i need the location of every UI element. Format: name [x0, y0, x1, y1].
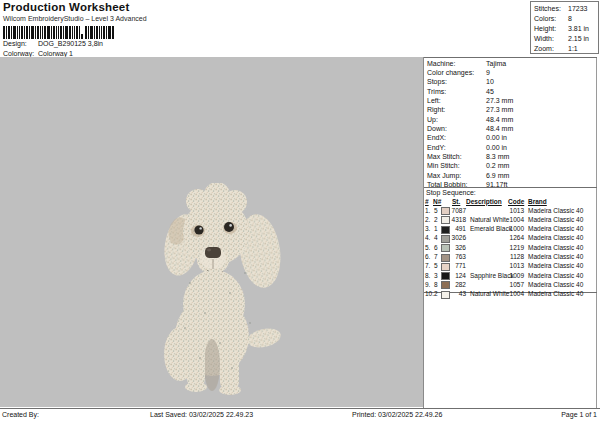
stop-sequence-header-row: # N# St. Description Code Brand: [424, 197, 598, 206]
info-min-stitch: Min Stitch:0.2 mm: [427, 161, 597, 170]
col-stitches: St.: [452, 197, 460, 206]
design-stats-box: Stitches:17233 Colors:8 Height:3.81 in W…: [530, 1, 599, 54]
stat-colors: Colors:8: [531, 14, 598, 24]
footer-last-saved: Last Saved: 03/02/2025 22.49.23: [150, 411, 253, 421]
col-hash: #: [425, 197, 429, 206]
footer-rule: [0, 408, 600, 409]
stat-zoom: Zoom:1:1: [531, 44, 598, 54]
info-endy: EndY:0.00 in: [427, 143, 597, 152]
barcode-icon: [3, 26, 116, 39]
col-brand: Brand: [528, 197, 547, 206]
info-right: Right:27.3 mm: [427, 105, 597, 114]
app-subtitle: Wilcom EmbroideryStudio – Level 3 Advanc…: [3, 15, 147, 22]
info-trims: Trims:45: [427, 87, 597, 96]
design-value: DOG_B290125 3,8in: [38, 40, 103, 47]
col-description: Description: [466, 197, 502, 206]
info-endx: EndX:0.00 in: [427, 133, 597, 142]
info-max-stitch: Max Stitch:8.3 mm: [427, 152, 597, 161]
page-title: Production Worksheet: [3, 1, 129, 13]
stat-stitches: Stitches:17233: [531, 4, 598, 14]
stat-width: Width:2.15 in: [531, 34, 598, 44]
footer-printed: Printed: 03/02/2025 22.49.26: [352, 411, 442, 421]
stat-height: Height:3.81 in: [531, 24, 598, 34]
stop-sequence-row: 4.430261264Madeira Classic 40: [424, 233, 598, 242]
col-needle: N#: [433, 197, 441, 206]
info-down: Down:48.4 mm: [427, 124, 597, 133]
info-stops: Stops:10: [427, 77, 597, 86]
design-label: Design:: [3, 40, 27, 47]
stop-sequence-row: 6.77631128Madeira Classic 40: [424, 252, 598, 261]
info-up: Up:48.4 mm: [427, 115, 597, 124]
stop-sequence-row: 8.3124Sapphire Black1009Madeira Classic …: [424, 271, 598, 280]
colorway-value: Colorway 1: [38, 50, 73, 57]
stop-sequence-row: 10.243Natural White1004Madeira Classic 4…: [424, 289, 598, 298]
info-color-changes: Color changes:9: [427, 68, 597, 77]
production-worksheet-page: Production Worksheet Wilcom EmbroiderySt…: [0, 0, 600, 424]
col-code: Code: [508, 197, 524, 206]
footer-page-number: Page 1 of 1: [561, 411, 597, 421]
stop-sequence-row: 7.57711013Madeira Classic 40: [424, 261, 598, 270]
info-machine: Machine:Tajima: [427, 59, 597, 68]
info-max-jump: Max Jump:6.9 mm: [427, 171, 597, 180]
stop-sequence-row: 5.63261219Madeira Classic 40: [424, 243, 598, 252]
colorway-label: Colorway:: [3, 50, 34, 57]
footer-created-by: Created By:: [2, 411, 39, 421]
design-canvas: [0, 57, 423, 407]
stop-sequence-row: 3.1491Emerald Black1000Madeira Classic 4…: [424, 224, 598, 233]
dog-embroidery-preview: [160, 183, 294, 395]
stop-sequence-heading: Stop Sequence:: [426, 189, 476, 196]
info-left: Left:27.3 mm: [427, 96, 597, 105]
design-field: Design: DOG_B290125 3,8in: [3, 40, 203, 49]
stop-sequence-row: 1.570871013Madeira Classic 40: [424, 206, 598, 215]
stop-sequence-row: 9.82821057Madeira Classic 40: [424, 280, 598, 289]
stop-sequence-row: 2.24318Natural White1004Madeira Classic …: [424, 215, 598, 224]
